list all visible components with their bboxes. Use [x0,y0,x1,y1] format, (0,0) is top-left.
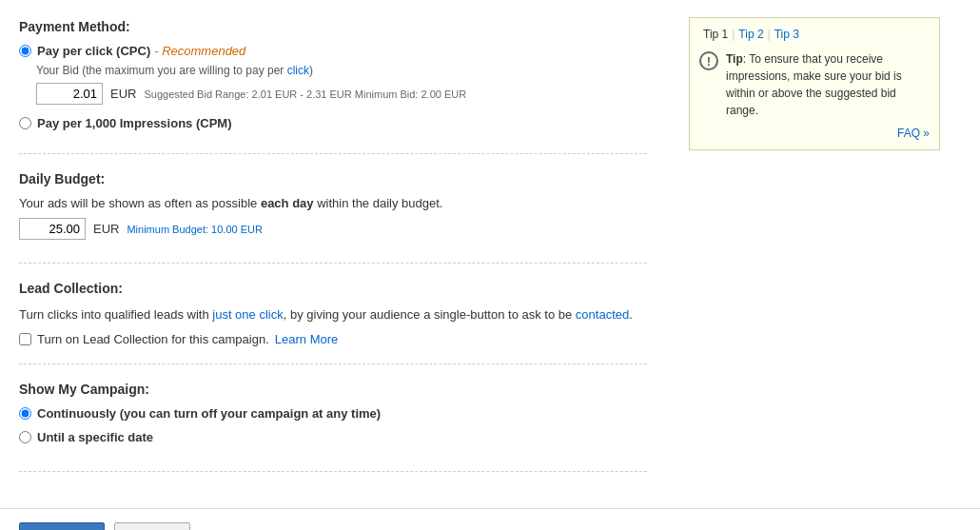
bid-currency: EUR [110,87,136,101]
budget-description: Your ads will be shown as often as possi… [19,196,647,210]
show-campaign-section: Show My Campaign: Continuously (you can … [19,382,647,472]
budget-input-row: EUR Minimum Budget: 10.00 EUR [19,218,647,240]
bid-hint-text: Your Bid (the maximum you are willing to… [36,64,647,77]
specific-date-label[interactable]: Until a specific date [37,430,153,444]
tip-icon: ! [699,51,718,70]
continuously-label[interactable]: Continuously (you can turn off your camp… [37,406,381,421]
just-one-click-link[interactable]: just one click [212,307,283,322]
cpc-radio[interactable] [19,45,31,57]
tip-content: ! Tip: To ensure that you receive impres… [699,50,930,119]
bottom-bar: Next Step Go Back or Cancel [0,508,980,531]
cpc-label[interactable]: Pay per click (CPC)- Recommended [37,44,245,58]
next-step-button[interactable]: Next Step [19,522,105,531]
tip-text-body: Tip: To ensure that you receive impressi… [726,50,930,119]
learn-more-link[interactable]: Learn More [275,332,338,346]
tip-tab-1[interactable]: Tip 1 [699,28,732,41]
tip-tab-2[interactable]: Tip 2 [735,28,767,41]
tip-faq: FAQ » [699,127,930,140]
go-back-button[interactable]: Go Back [114,522,190,531]
payment-method-section: Payment Method: Pay per click (CPC)- Rec… [19,19,647,154]
tip-tabs: Tip 1 | Tip 2 | Tip 3 [699,28,930,41]
continuously-radio-row: Continuously (you can turn off your camp… [19,406,647,421]
lead-description: Turn clicks into qualified leads with ju… [19,305,647,324]
click-link[interactable]: click [287,64,309,77]
cpc-radio-row: Pay per click (CPC)- Recommended [19,44,647,58]
faq-link[interactable]: FAQ » [897,127,930,140]
sidebar: Tip 1 | Tip 2 | Tip 3 ! Tip: To ensure t… [681,10,948,499]
lead-collection-label[interactable]: Turn on Lead Collection for this campaig… [37,332,269,346]
daily-budget-section: Daily Budget: Your ads will be shown as … [19,171,647,264]
cpm-radio-row: Pay per 1,000 Impressions (CPM) [19,116,647,130]
continuously-radio[interactable] [19,407,31,420]
bid-input-row: EUR Suggested Bid Range: 2.01 EUR - 2.31… [36,83,647,105]
cpm-label[interactable]: Pay per 1,000 Impressions (CPM) [37,116,231,130]
payment-method-title: Payment Method: [19,19,647,34]
cpm-radio[interactable] [19,117,31,129]
bid-range-text: Suggested Bid Range: 2.01 EUR - 2.31 EUR… [144,88,466,100]
budget-input[interactable] [19,218,86,240]
contacted-link[interactable]: contacted [576,307,629,322]
bid-input[interactable] [36,83,103,105]
specific-date-radio-row: Until a specific date [19,430,647,444]
daily-budget-title: Daily Budget: [19,171,647,186]
lead-checkbox-row: Turn on Lead Collection for this campaig… [19,332,647,346]
min-budget-text: Minimum Budget: 10.00 EUR [127,224,262,235]
lead-collection-title: Lead Collection: [19,281,647,296]
lead-collection-section: Lead Collection: Turn clicks into qualif… [19,281,647,364]
budget-currency: EUR [93,222,119,236]
show-campaign-title: Show My Campaign: [19,382,647,397]
tip-tab-3[interactable]: Tip 3 [771,28,803,41]
lead-collection-checkbox[interactable] [19,333,31,345]
specific-date-radio[interactable] [19,431,31,443]
tip-box: Tip 1 | Tip 2 | Tip 3 ! Tip: To ensure t… [689,17,940,150]
